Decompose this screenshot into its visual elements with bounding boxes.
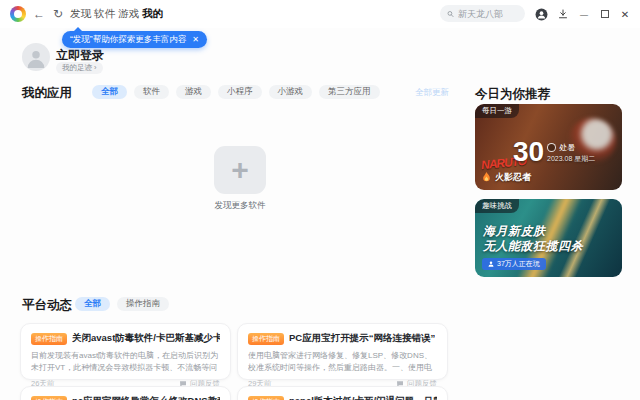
feed-tabs: 全部 操作指南 — [75, 297, 169, 311]
app-window: ← ↻ 发现 软件 游戏 我的 — ✕ — [0, 0, 640, 400]
flame-icon — [482, 172, 491, 183]
article-card[interactable]: 操作指南 PC应用宝打开提示“网络连接错误” 使用电脑管家进行网络修复、修复LS… — [237, 323, 448, 380]
challenge-stat-badge: 37万人正在玩 — [482, 258, 546, 270]
top-bar: ← ↻ 发现 软件 游戏 我的 — ✕ — [0, 0, 640, 28]
challenge-line2: 无人能敌狂揽四杀 — [483, 238, 583, 255]
tooltip-text: “发现”帮助你探索更多丰富内容 — [70, 34, 186, 46]
back-icon[interactable]: ← — [31, 0, 47, 28]
plus-icon: + — [231, 155, 249, 185]
guide-badge: 操作指南 — [31, 333, 67, 345]
my-apps-tabs: 全部 软件 游戏 小程序 小游戏 第三方应用 — [92, 85, 380, 99]
daily-game-card[interactable]: 每日一游 NARUTO 30 处暑 2023.08 星期二 火影忍者 — [475, 104, 622, 190]
calendar-day: 30 — [513, 136, 544, 168]
article-card[interactable]: 操作指南 pc应用宝网络异常怎么修改DNS教程 — [20, 386, 231, 400]
solar-term-icon — [547, 143, 556, 152]
download-icon — [557, 8, 569, 20]
app-logo-icon[interactable] — [10, 6, 26, 22]
challenge-card[interactable]: 趣味挑战 海月新皮肤 无人能敌狂揽四杀 37万人正在玩 — [475, 199, 622, 277]
article-card[interactable]: 操作指南 关闭avast防毒软件/卡巴斯基减少卡顿现象 目前发现装有avast防… — [20, 323, 231, 380]
article-header: 操作指南 PC应用宝打开提示“网络连接错误” — [248, 332, 437, 345]
game-title: 火影忍者 — [495, 171, 531, 184]
article-header: 操作指南 关闭avast防毒软件/卡巴斯基减少卡顿现象 — [31, 332, 220, 345]
article-title: 关闭avast防毒软件/卡巴斯基减少卡顿现象 — [72, 332, 220, 345]
minimize-button[interactable]: — — [574, 0, 594, 28]
avatar[interactable] — [22, 43, 50, 71]
person-circle-icon — [535, 8, 548, 21]
article-title: pc应用宝网络异常怎么修改DNS教程 — [72, 395, 220, 400]
nav-tab-mine[interactable]: 我的 — [142, 0, 163, 28]
add-software-tile[interactable]: + — [214, 146, 266, 194]
tab-software[interactable]: 软件 — [134, 85, 169, 99]
players-icon — [488, 261, 494, 267]
guide-badge: 操作指南 — [248, 333, 284, 345]
maximize-icon — [601, 10, 609, 18]
feed-tab-all[interactable]: 全部 — [75, 297, 110, 311]
challenge-stat-text: 37万人正在玩 — [497, 259, 540, 269]
search-icon — [447, 10, 454, 18]
tab-mini-programs[interactable]: 小程序 — [218, 85, 262, 99]
solar-term-row: 处暑 — [547, 142, 575, 153]
calendar-date: 2023.08 星期二 — [547, 154, 595, 164]
article-title: PC应用宝打开提示“网络连接错误” — [289, 332, 435, 345]
my-apps-title: 我的应用 — [22, 85, 72, 102]
person-icon — [26, 48, 46, 68]
article-title: panel版本过低/卡死/闪退问题，只需要几步即可… — [289, 395, 437, 400]
article-header: 操作指南 panel版本过低/卡死/闪退问题，只需要几步即可… — [248, 395, 437, 400]
guide-badge: 操作指南 — [248, 396, 284, 400]
search-box[interactable] — [440, 5, 525, 22]
article-body: 目前发现装有avast防毒软件的电脑，在启动后识别为未打开VT，此种情况会导致模… — [31, 350, 220, 375]
article-header: 操作指南 pc应用宝网络异常怎么修改DNS教程 — [31, 395, 220, 400]
nav-tab-software[interactable]: 软件 — [94, 0, 115, 28]
tab-all[interactable]: 全部 — [92, 85, 127, 99]
nav-tab-discover[interactable]: 发现 — [70, 0, 91, 28]
daily-game-badge: 每日一游 — [475, 104, 519, 118]
game-title-row: 火影忍者 — [482, 171, 531, 184]
discover-tooltip: “发现”帮助你探索更多丰富内容 ✕ — [62, 31, 207, 48]
guide-badge: 操作指南 — [31, 396, 67, 400]
footprints-link[interactable]: 我的足迹 › — [56, 62, 103, 74]
tab-third-party[interactable]: 第三方应用 — [319, 85, 380, 99]
maximize-button[interactable] — [595, 0, 615, 28]
feed-tab-guide[interactable]: 操作指南 — [117, 297, 169, 311]
add-software-label: 发现更多软件 — [164, 200, 316, 212]
refresh-icon[interactable]: ↻ — [50, 0, 66, 28]
recommend-title: 今日为你推荐 — [475, 86, 550, 103]
search-input[interactable] — [458, 9, 518, 19]
nav-tab-games[interactable]: 游戏 — [118, 0, 139, 28]
download-manager-icon[interactable] — [553, 0, 573, 28]
article-card[interactable]: 操作指南 panel版本过低/卡死/闪退问题，只需要几步即可… — [237, 386, 448, 400]
tab-games[interactable]: 游戏 — [176, 85, 211, 99]
update-all-link[interactable]: 全部更新 — [415, 87, 449, 99]
article-body: 使用电脑管家进行网络修复、修复LSP、修改DNS、校准系统时间等操作，然后重启路… — [248, 350, 437, 375]
solar-term-label: 处暑 — [559, 142, 575, 153]
tab-mini-games[interactable]: 小游戏 — [269, 85, 313, 99]
feed-title: 平台动态 — [22, 297, 72, 314]
challenge-badge: 趣味挑战 — [475, 199, 519, 213]
user-account-icon[interactable] — [531, 0, 551, 28]
tooltip-close-icon[interactable]: ✕ — [192, 35, 199, 44]
close-button[interactable]: ✕ — [615, 0, 635, 28]
